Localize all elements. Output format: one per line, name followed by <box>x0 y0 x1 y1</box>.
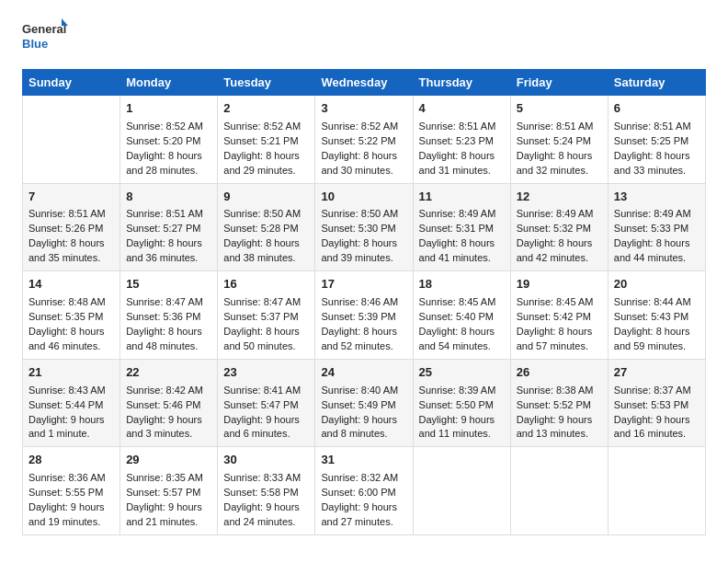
day-number: 27 <box>614 364 700 382</box>
daylight: Daylight: 8 hours and 29 minutes. <box>223 150 300 176</box>
header-day-sunday: Sunday <box>23 70 120 96</box>
sunset: Sunset: 5:46 PM <box>126 399 200 410</box>
daylight: Daylight: 8 hours and 57 minutes. <box>517 326 593 351</box>
header-day-thursday: Thursday <box>413 70 510 96</box>
daylight: Daylight: 9 hours and 24 minutes. <box>223 501 300 527</box>
calendar-cell: 29Sunrise: 8:35 AMSunset: 5:57 PMDayligh… <box>120 447 218 535</box>
daylight: Daylight: 9 hours and 16 minutes. <box>614 414 690 440</box>
day-number: 20 <box>614 276 700 293</box>
day-number: 6 <box>614 100 700 118</box>
page-header: General Blue <box>22 18 706 60</box>
header-day-friday: Friday <box>510 70 608 96</box>
daylight: Daylight: 9 hours and 13 minutes. <box>517 414 593 440</box>
sunset: Sunset: 5:47 PM <box>223 399 298 410</box>
sunrise: Sunrise: 8:45 AM <box>517 296 594 307</box>
sunrise: Sunrise: 8:52 AM <box>126 121 203 132</box>
week-row-5: 28Sunrise: 8:36 AMSunset: 5:55 PMDayligh… <box>23 447 706 535</box>
calendar-cell: 24Sunrise: 8:40 AMSunset: 5:49 PMDayligh… <box>315 359 413 447</box>
calendar-cell: 14Sunrise: 8:48 AMSunset: 5:35 PMDayligh… <box>23 271 120 360</box>
day-number: 19 <box>517 276 602 293</box>
sunset: Sunset: 5:37 PM <box>223 311 298 322</box>
sunrise: Sunrise: 8:47 AM <box>223 296 301 307</box>
day-number: 23 <box>223 364 309 382</box>
calendar-cell: 2Sunrise: 8:52 AMSunset: 5:21 PMDaylight… <box>218 96 315 184</box>
day-number: 13 <box>614 189 700 206</box>
sunset: Sunset: 5:22 PM <box>321 135 395 146</box>
calendar-cell: 31Sunrise: 8:32 AMSunset: 6:00 PMDayligh… <box>315 447 413 535</box>
sunset: Sunset: 5:49 PM <box>321 399 395 410</box>
day-number: 26 <box>517 364 602 382</box>
calendar-cell <box>413 447 510 535</box>
sunset: Sunset: 5:55 PM <box>28 487 103 498</box>
calendar-cell: 15Sunrise: 8:47 AMSunset: 5:36 PMDayligh… <box>120 271 218 360</box>
calendar-cell: 23Sunrise: 8:41 AMSunset: 5:47 PMDayligh… <box>218 359 315 447</box>
sunset: Sunset: 5:35 PM <box>28 311 103 322</box>
calendar-cell <box>608 447 705 535</box>
calendar-cell: 27Sunrise: 8:37 AMSunset: 5:53 PMDayligh… <box>608 359 705 447</box>
daylight: Daylight: 8 hours and 48 minutes. <box>126 326 202 351</box>
calendar-cell: 21Sunrise: 8:43 AMSunset: 5:44 PMDayligh… <box>23 359 120 447</box>
svg-text:General: General <box>22 22 66 36</box>
daylight: Daylight: 8 hours and 33 minutes. <box>614 150 690 176</box>
daylight: Daylight: 9 hours and 3 minutes. <box>126 414 202 440</box>
daylight: Daylight: 8 hours and 30 minutes. <box>321 150 397 176</box>
week-row-3: 14Sunrise: 8:48 AMSunset: 5:35 PMDayligh… <box>23 271 706 360</box>
sunset: Sunset: 5:53 PM <box>614 399 688 410</box>
sunrise: Sunrise: 8:51 AM <box>419 121 496 132</box>
week-row-1: 1Sunrise: 8:52 AMSunset: 5:20 PMDaylight… <box>23 96 706 184</box>
daylight: Daylight: 9 hours and 11 minutes. <box>419 414 495 440</box>
sunset: Sunset: 5:28 PM <box>223 223 298 234</box>
sunset: Sunset: 5:44 PM <box>28 399 103 410</box>
day-number: 2 <box>223 100 309 118</box>
calendar-header: SundayMondayTuesdayWednesdayThursdayFrid… <box>23 70 706 96</box>
logo-svg: General Blue <box>22 18 68 60</box>
sunset: Sunset: 5:24 PM <box>517 135 591 146</box>
day-number: 10 <box>321 189 406 206</box>
calendar-cell: 12Sunrise: 8:49 AMSunset: 5:32 PMDayligh… <box>510 183 608 271</box>
calendar-cell <box>510 447 608 535</box>
logo: General Blue <box>22 18 68 60</box>
header-row: SundayMondayTuesdayWednesdayThursdayFrid… <box>23 70 706 96</box>
sunrise: Sunrise: 8:35 AM <box>126 472 203 483</box>
day-number: 29 <box>126 452 211 469</box>
day-number: 7 <box>28 189 114 206</box>
calendar-cell: 13Sunrise: 8:49 AMSunset: 5:33 PMDayligh… <box>608 183 705 271</box>
day-number: 15 <box>126 276 211 293</box>
header-day-wednesday: Wednesday <box>315 70 413 96</box>
calendar-cell: 7Sunrise: 8:51 AMSunset: 5:26 PMDaylight… <box>23 183 120 271</box>
sunrise: Sunrise: 8:45 AM <box>419 296 496 307</box>
calendar-cell: 3Sunrise: 8:52 AMSunset: 5:22 PMDaylight… <box>315 96 413 184</box>
day-number: 14 <box>28 276 114 293</box>
sunrise: Sunrise: 8:51 AM <box>126 208 203 219</box>
daylight: Daylight: 8 hours and 44 minutes. <box>614 237 690 263</box>
daylight: Daylight: 8 hours and 50 minutes. <box>223 326 300 351</box>
sunset: Sunset: 5:57 PM <box>126 487 200 498</box>
daylight: Daylight: 8 hours and 42 minutes. <box>517 237 593 263</box>
calendar-cell: 18Sunrise: 8:45 AMSunset: 5:40 PMDayligh… <box>413 271 510 360</box>
daylight: Daylight: 9 hours and 27 minutes. <box>321 501 397 527</box>
calendar-cell: 19Sunrise: 8:45 AMSunset: 5:42 PMDayligh… <box>510 271 608 360</box>
sunrise: Sunrise: 8:50 AM <box>321 208 398 219</box>
daylight: Daylight: 8 hours and 31 minutes. <box>419 150 495 176</box>
daylight: Daylight: 9 hours and 1 minute. <box>28 414 105 440</box>
sunrise: Sunrise: 8:37 AM <box>614 385 691 396</box>
daylight: Daylight: 8 hours and 46 minutes. <box>28 326 105 351</box>
sunrise: Sunrise: 8:51 AM <box>28 208 106 219</box>
day-number: 4 <box>419 100 505 118</box>
day-number: 5 <box>517 100 602 118</box>
sunset: Sunset: 5:20 PM <box>126 135 200 146</box>
sunrise: Sunrise: 8:43 AM <box>28 385 106 396</box>
sunrise: Sunrise: 8:41 AM <box>223 385 301 396</box>
calendar-cell: 9Sunrise: 8:50 AMSunset: 5:28 PMDaylight… <box>218 183 315 271</box>
day-number: 22 <box>126 364 211 382</box>
sunset: Sunset: 5:25 PM <box>614 135 688 146</box>
sunrise: Sunrise: 8:52 AM <box>223 121 301 132</box>
daylight: Daylight: 9 hours and 21 minutes. <box>126 501 202 527</box>
daylight: Daylight: 8 hours and 39 minutes. <box>321 237 397 263</box>
daylight: Daylight: 9 hours and 19 minutes. <box>28 501 105 527</box>
day-number: 3 <box>321 100 406 118</box>
daylight: Daylight: 8 hours and 54 minutes. <box>419 326 495 351</box>
day-number: 25 <box>419 364 505 382</box>
sunrise: Sunrise: 8:51 AM <box>517 121 594 132</box>
calendar-cell: 4Sunrise: 8:51 AMSunset: 5:23 PMDaylight… <box>413 96 510 184</box>
